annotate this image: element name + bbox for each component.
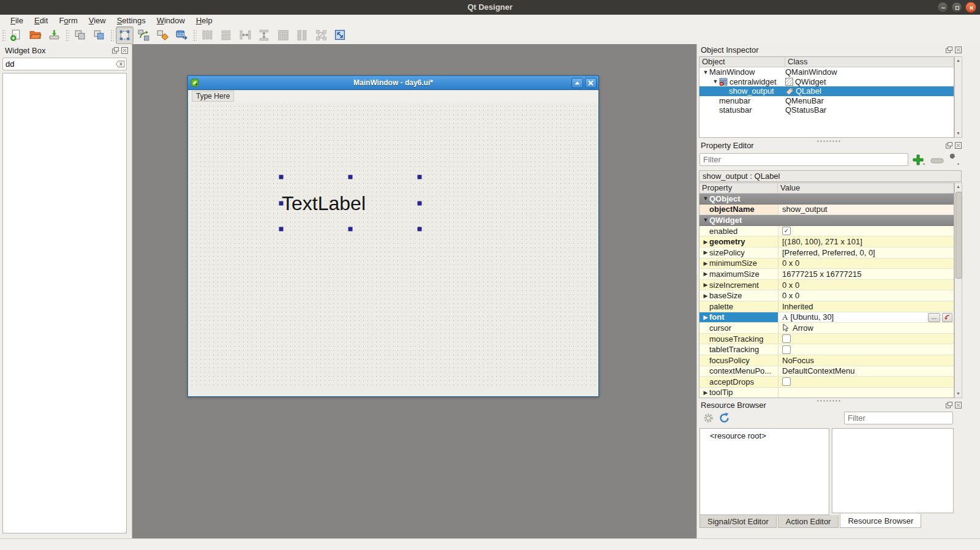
property-value-cell[interactable] xyxy=(778,388,954,398)
property-row-minimumSize[interactable]: ▶minimumSize0 x 0 xyxy=(699,258,954,269)
expander-icon[interactable]: ▼ xyxy=(702,217,709,223)
selection-handle[interactable] xyxy=(418,227,422,232)
checkbox-unchecked[interactable] xyxy=(782,334,791,343)
property-row-objectName[interactable]: objectNameshow_output xyxy=(699,205,954,216)
property-row-mouseTracking[interactable]: mouseTracking xyxy=(699,334,954,345)
selection-handle[interactable] xyxy=(279,201,284,205)
close-dock-button[interactable] xyxy=(954,142,962,149)
property-value-cell[interactable]: ✓ xyxy=(778,226,954,236)
property-editor-scrollbar[interactable]: ▲ ▼ xyxy=(954,183,962,398)
property-name-cell[interactable]: ▶minimumSize xyxy=(699,258,778,269)
float-dock-button[interactable] xyxy=(945,142,952,149)
layout-grid-button[interactable] xyxy=(274,26,292,44)
property-name-cell[interactable]: contextMenuPo... xyxy=(699,366,778,377)
edit-tab-order-button[interactable]: 123 xyxy=(173,26,190,44)
close-dock-button[interactable] xyxy=(954,402,962,409)
checkbox-unchecked[interactable] xyxy=(782,345,791,354)
expander-icon[interactable]: ▶ xyxy=(702,260,709,266)
layout-horizontally-button[interactable] xyxy=(198,26,216,44)
property-name-cell[interactable]: ▶sizePolicy xyxy=(699,247,778,258)
scroll-up-icon[interactable]: ▲ xyxy=(955,57,962,64)
adjust-size-button[interactable] xyxy=(331,26,349,44)
object-inspector-row[interactable]: ▼MainWindowQMainWindow xyxy=(699,67,954,77)
tab-signal-slot-editor[interactable]: Signal/Slot Editor xyxy=(699,515,777,528)
paste-button[interactable] xyxy=(90,26,108,44)
save-form-button[interactable] xyxy=(45,26,63,44)
property-value-cell[interactable]: 16777215 x 16777215 xyxy=(778,269,954,279)
property-value-cell[interactable] xyxy=(778,377,954,387)
property-row-geometry[interactable]: ▶geometry[(180, 100), 271 x 101] xyxy=(699,236,954,247)
float-dock-button[interactable] xyxy=(945,402,952,409)
property-value-cell[interactable]: show_output xyxy=(778,205,954,215)
float-dock-button[interactable] xyxy=(945,47,952,54)
copy-button[interactable] xyxy=(71,26,89,44)
property-name-cell[interactable]: focusPolicy xyxy=(699,355,778,366)
menu-view[interactable]: View xyxy=(83,15,111,26)
configure-property-editor-button[interactable] xyxy=(946,154,960,167)
new-form-button[interactable] xyxy=(7,26,25,44)
form-menu-type-here[interactable]: Type Here xyxy=(192,91,234,102)
reset-property-button[interactable] xyxy=(942,313,952,322)
form-titlebar[interactable]: MainWindow - day6.ui* xyxy=(188,76,598,90)
property-group-qobject[interactable]: ▼QObject xyxy=(699,194,954,205)
selection-handle[interactable] xyxy=(418,201,422,205)
property-row-font[interactable]: ▶fontA[Ubuntu, 30]... xyxy=(699,312,954,323)
open-form-button[interactable] xyxy=(26,26,44,44)
remove-dynamic-property-button[interactable] xyxy=(930,158,944,164)
property-row-maximumSize[interactable]: ▶maximumSize16777215 x 16777215 xyxy=(699,269,954,280)
property-name-cell[interactable]: ▶font xyxy=(699,312,778,323)
property-name-cell[interactable]: ▶maximumSize xyxy=(699,269,778,279)
property-name-cell[interactable]: acceptDrops xyxy=(699,377,778,387)
layout-vertically-button[interactable] xyxy=(217,26,235,44)
property-name-cell[interactable]: ▶baseSize xyxy=(699,290,778,301)
property-value-cell[interactable]: Inherited xyxy=(778,301,954,312)
reload-icon[interactable] xyxy=(718,412,731,424)
expander-icon[interactable]: ▶ xyxy=(702,271,709,277)
property-value-cell[interactable]: 0 x 0 xyxy=(778,290,954,301)
layout-vertical-splitter-button[interactable] xyxy=(255,26,273,44)
close-dock-button[interactable] xyxy=(121,47,128,55)
property-name-cell[interactable]: palette xyxy=(699,301,778,312)
menu-form[interactable]: Form xyxy=(53,15,83,26)
menu-edit[interactable]: Edit xyxy=(29,15,53,26)
scroll-down-icon[interactable]: ▼ xyxy=(955,130,962,137)
property-name-cell[interactable]: tabletTracking xyxy=(699,344,778,355)
object-inspector-row[interactable]: statusbarQStatusBar xyxy=(699,105,954,115)
edit-widgets-button[interactable] xyxy=(116,26,134,44)
form-canvas[interactable]: TextLabel xyxy=(188,102,598,388)
property-value-cell[interactable]: [(180, 100), 271 x 101] xyxy=(778,236,954,247)
expander-icon[interactable]: ▶ xyxy=(702,293,709,299)
expander-icon[interactable]: ▼ xyxy=(702,195,709,202)
edit-signals-slots-button[interactable] xyxy=(135,26,153,44)
property-name-cell[interactable]: ▶toolTip xyxy=(699,388,778,398)
layout-form-button[interactable] xyxy=(293,26,311,44)
property-value-cell[interactable] xyxy=(778,344,954,355)
scroll-up-icon[interactable]: ▲ xyxy=(955,183,962,190)
property-row-palette[interactable]: paletteInherited xyxy=(699,301,954,312)
expander-icon[interactable]: ▶ xyxy=(702,249,709,255)
menu-help[interactable]: Help xyxy=(190,15,218,26)
property-value-cell[interactable]: NoFocus xyxy=(778,355,954,366)
property-row-contextMenuPo[interactable]: contextMenuPo...DefaultContextMenu xyxy=(699,366,954,377)
property-value-cell[interactable]: Arrow xyxy=(778,323,954,333)
widget-box-filter-input[interactable] xyxy=(3,59,116,69)
property-row-enabled[interactable]: enabled✓ xyxy=(699,226,954,237)
property-row-focusPolicy[interactable]: focusPolicyNoFocus xyxy=(699,355,954,366)
expander-icon[interactable]: ▶ xyxy=(702,390,709,396)
expander-icon[interactable]: ▶ xyxy=(702,239,709,245)
expander-icon[interactable]: ▼ xyxy=(712,78,719,85)
property-name-cell[interactable]: mouseTracking xyxy=(699,334,778,344)
expander-icon[interactable]: ▶ xyxy=(702,282,709,288)
float-dock-button[interactable] xyxy=(111,47,119,55)
layout-horizontal-splitter-button[interactable] xyxy=(236,26,254,44)
selection-handle[interactable] xyxy=(349,227,353,232)
add-dynamic-property-button[interactable] xyxy=(912,154,927,167)
ellipsis-button[interactable]: ... xyxy=(928,313,940,322)
menu-settings[interactable]: Settings xyxy=(111,15,151,26)
object-inspector-row[interactable]: menubarQMenuBar xyxy=(699,96,954,106)
edit-buddies-button[interactable] xyxy=(154,26,172,44)
menu-window[interactable]: Window xyxy=(151,15,190,26)
maximize-button[interactable] xyxy=(951,2,962,13)
tab-action-editor[interactable]: Action Editor xyxy=(778,515,839,528)
property-value-cell[interactable]: A[Ubuntu, 30]... xyxy=(778,312,954,323)
